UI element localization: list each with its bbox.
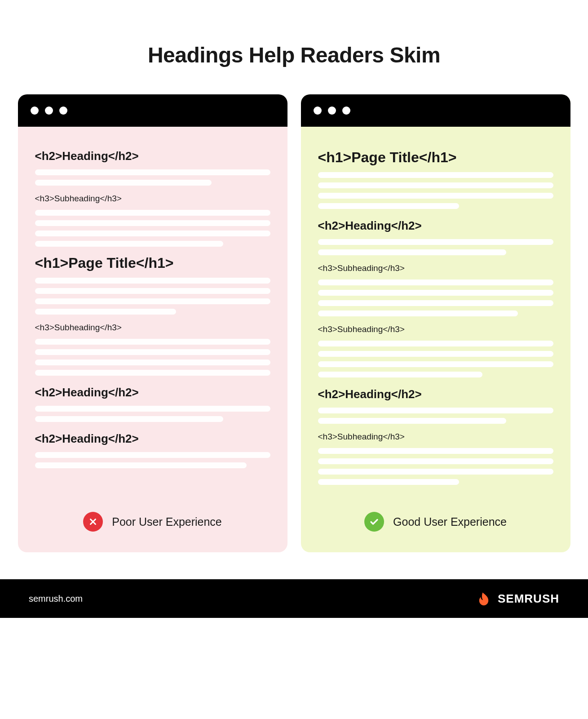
text-placeholder-group [318,239,553,255]
text-placeholder-line [318,249,506,255]
window-dot-icon [31,107,39,115]
text-placeholder-group [35,210,270,247]
footer: semrush.com SEMRUSH [0,579,588,618]
text-placeholder-line [318,203,459,209]
text-placeholder-group [318,280,553,316]
text-placeholder-line [35,349,270,355]
page-title: Headings Help Readers Skim [0,43,588,67]
text-placeholder-line [318,290,553,296]
text-placeholder-line [35,360,270,365]
text-placeholder-group [318,172,553,209]
panel-bad-caption: Poor User Experience [112,515,222,528]
cross-icon [83,512,103,532]
text-placeholder-line [35,278,270,284]
heading-h2: <h2>Heading</h2> [35,149,270,163]
check-icon [364,512,384,532]
text-placeholder-group [35,169,270,186]
text-placeholder-line [318,351,553,357]
heading-h2: <h2>Heading</h2> [35,432,270,446]
text-placeholder-line [318,448,553,454]
text-placeholder-line [35,339,270,345]
text-placeholder-line [35,210,270,216]
footer-site: semrush.com [29,594,83,604]
text-placeholder-line [318,408,553,413]
brand: SEMRUSH [476,591,559,606]
window-dot-icon [314,107,322,115]
text-placeholder-group [35,452,270,468]
brand-text: SEMRUSH [498,592,559,606]
heading-h2: <h2>Heading</h2> [318,387,553,401]
flame-icon [476,591,491,606]
heading-h2: <h2>Heading</h2> [318,219,553,233]
heading-h3: <h3>Subheading</h3> [35,323,270,333]
window-dot-icon [342,107,350,115]
text-placeholder-line [318,372,483,377]
text-placeholder-line [318,361,553,367]
text-placeholder-group [35,278,270,315]
text-placeholder-line [318,193,553,199]
text-placeholder-line [35,309,176,315]
text-placeholder-line [35,416,223,422]
heading-h3: <h3>Subheading</h3> [318,324,553,334]
text-placeholder-line [35,298,270,304]
text-placeholder-line [318,182,553,188]
text-placeholder-line [35,288,270,294]
panel-good: <h1>Page Title</h1><h2>Heading</h2><h3>S… [301,94,570,552]
text-placeholder-group [318,448,553,485]
window-dot-icon [45,107,53,115]
text-placeholder-group [318,408,553,424]
text-placeholder-line [318,458,553,464]
panel-caption-row: Good User Experience [301,494,570,552]
heading-h1: <h1>Page Title</h1> [318,149,553,166]
heading-h1: <h1>Page Title</h1> [35,255,270,271]
text-placeholder-line [35,406,270,412]
text-placeholder-group [35,406,270,422]
text-placeholder-line [318,418,506,424]
browser-titlebar [301,94,570,127]
text-placeholder-line [35,370,270,376]
panel-bad: <h2>Heading</h2><h3>Subheading</h3><h1>P… [18,94,287,552]
window-dot-icon [59,107,67,115]
text-placeholder-line [35,169,270,175]
browser-titlebar [18,94,287,127]
panel-good-caption: Good User Experience [393,515,507,528]
panel-caption-row: Poor User Experience [18,494,287,552]
text-placeholder-line [318,239,553,245]
panel-bad-content: <h2>Heading</h2><h3>Subheading</h3><h1>P… [18,127,287,494]
heading-h3: <h3>Subheading</h3> [35,194,270,204]
panel-good-content: <h1>Page Title</h1><h2>Heading</h2><h3>S… [301,127,570,494]
text-placeholder-line [35,462,247,468]
infographic-page: Headings Help Readers Skim <h2>Heading</… [0,0,588,719]
text-placeholder-line [35,220,270,226]
text-placeholder-line [318,469,553,475]
heading-h3: <h3>Subheading</h3> [318,432,553,442]
text-placeholder-line [35,180,212,186]
text-placeholder-group [35,339,270,376]
text-placeholder-line [318,172,553,178]
text-placeholder-line [35,231,270,236]
text-placeholder-line [318,280,553,285]
text-placeholder-line [35,452,270,458]
heading-h2: <h2>Heading</h2> [35,386,270,399]
text-placeholder-line [318,300,553,306]
text-placeholder-line [35,241,223,247]
text-placeholder-line [318,311,518,316]
comparison-panels: <h2>Heading</h2><h3>Subheading</h3><h1>P… [0,94,588,552]
text-placeholder-line [318,479,459,485]
window-dot-icon [328,107,336,115]
heading-h3: <h3>Subheading</h3> [318,263,553,273]
text-placeholder-line [318,341,553,346]
text-placeholder-group [318,341,553,377]
